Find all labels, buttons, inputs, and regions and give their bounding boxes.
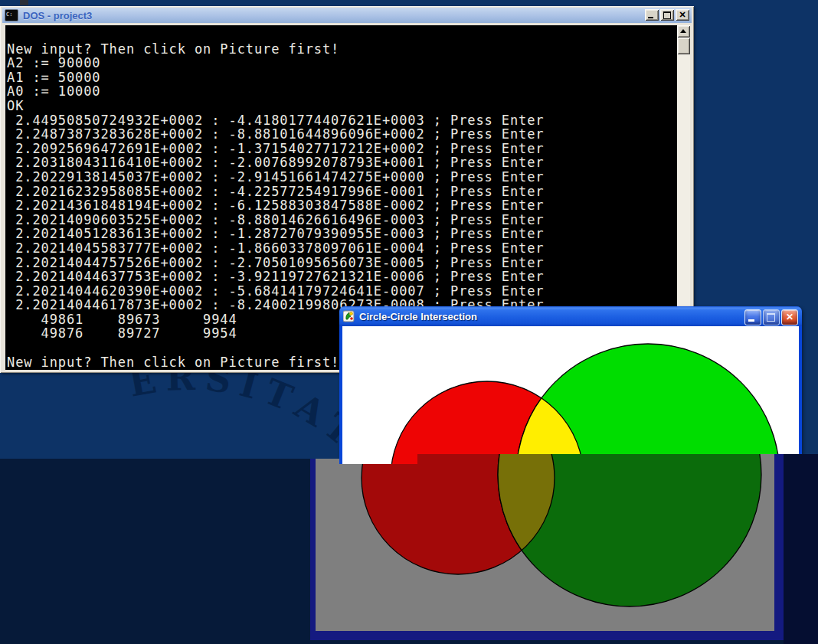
dos-maximize-button[interactable]: [660, 9, 674, 21]
desktop: ERSITAT C: DOS - project3 ✕ New input? T…: [0, 0, 818, 644]
circle-window-title: Circle-Circle Intersection: [359, 311, 477, 322]
background-notch: [20, 0, 28, 5]
cc-minimize-button[interactable]: [744, 309, 761, 325]
dos-close-button[interactable]: ✕: [676, 9, 689, 21]
scrollbar-thumb[interactable]: [677, 38, 690, 54]
dos-minimize-button[interactable]: [645, 9, 659, 21]
scroll-up-button[interactable]: [677, 25, 690, 38]
circle-window-titlebar[interactable]: Circle-Circle Intersection ✕: [339, 306, 802, 326]
close-icon: ✕: [676, 9, 689, 21]
maximize-icon: [767, 313, 775, 322]
minimize-icon: [748, 319, 754, 322]
app-icon: [343, 310, 355, 322]
arrow-up-icon: [680, 29, 686, 33]
dim-desktop-right: [784, 429, 818, 644]
dos-window-title: DOS - project3: [23, 10, 92, 21]
cc-close-button[interactable]: ✕: [781, 309, 798, 325]
close-icon: ✕: [782, 310, 797, 325]
maximize-icon: [663, 11, 671, 19]
dos-titlebar[interactable]: C: DOS - project3 ✕: [2, 8, 692, 23]
minimize-icon: [648, 17, 653, 18]
cc-maximize-button[interactable]: [763, 309, 780, 325]
msdos-icon: C:: [5, 9, 18, 21]
